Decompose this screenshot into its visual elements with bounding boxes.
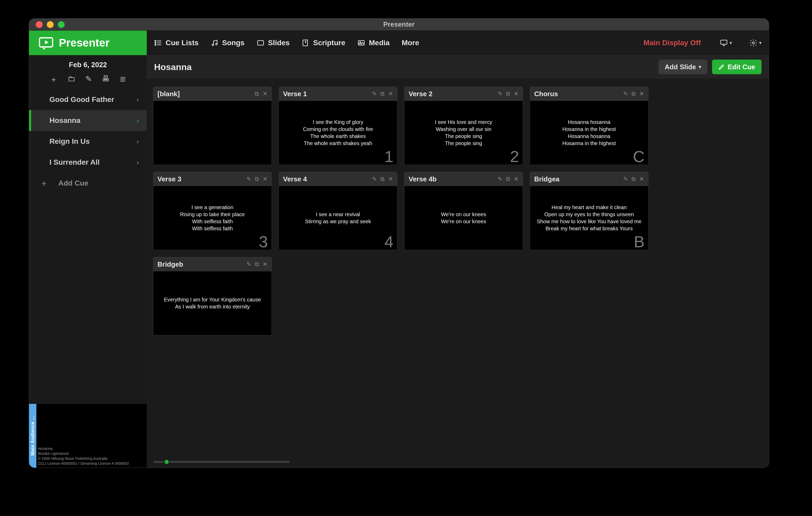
chevron-right-icon: › [137,117,139,125]
display-selector[interactable]: ▾ [720,39,732,47]
caret-down-icon: ▾ [759,40,761,46]
duplicate-slide-icon[interactable]: ⧉ [506,176,510,182]
nav-media[interactable]: Media [357,39,389,47]
main-display-status[interactable]: Main Display Off [643,39,701,47]
slide-preview[interactable]: I see a generation Rising up to take the… [153,186,271,250]
slide-card[interactable]: Verse 4b✎⧉✕We're on our knees We're on o… [404,172,523,250]
edit-cue-button[interactable]: Edit Cue [712,60,761,74]
slides-scroll-area[interactable]: [blank]⧉✕Verse 1✎⧉✕I see the King of glo… [147,79,769,456]
slide-card[interactable]: Verse 1✎⧉✕I see the King of glory Coming… [279,87,397,165]
nav-more[interactable]: More [402,39,419,47]
nav-more-label: More [402,39,419,47]
delete-slide-icon[interactable]: ✕ [514,90,519,97]
chevron-right-icon: › [137,138,139,146]
cue-item-label: Good Good Father [50,95,114,104]
output-preview[interactable]: Main Audience ... Hosanna Brooke Ligertw… [29,404,147,468]
slide-header-actions: ✎⧉✕ [246,176,267,182]
duplicate-slide-icon[interactable]: ⧉ [380,176,384,182]
edit-slide-icon[interactable]: ✎ [623,90,628,97]
delete-slide-icon[interactable]: ✕ [388,176,393,182]
nav-cue-lists[interactable]: Cue Lists [154,39,199,47]
slide-card[interactable]: Chorus✎⧉✕Hosanna hosanna Hosanna in the … [530,87,648,165]
edit-slide-icon[interactable]: ✎ [498,90,502,97]
list-view-icon[interactable]: ≣ [120,74,126,85]
slide-preview[interactable]: Heal my heart and make it clean Open up … [530,186,648,250]
zoom-window-button[interactable] [58,21,65,28]
preview-author: Brooke Ligertwood [38,451,145,456]
add-icon[interactable]: ＋ [50,74,58,85]
caret-down-icon: ▾ [730,40,732,46]
media-icon [357,39,365,47]
nav-slides[interactable]: Slides [257,39,290,47]
duplicate-slide-icon[interactable]: ⧉ [632,90,636,97]
slide-preview[interactable]: We're on our knees We're on our knees [404,186,523,250]
delete-slide-icon[interactable]: ✕ [263,176,267,182]
slide-card[interactable]: Bridgea✎⧉✕Heal my heart and make it clea… [530,172,648,250]
edit-slide-icon[interactable]: ✎ [498,176,502,182]
slide-preview[interactable]: Hosanna hosanna Hosanna in the highest H… [530,101,648,165]
slide-card[interactable]: Verse 3✎⧉✕I see a generation Rising up t… [153,172,272,250]
delete-slide-icon[interactable]: ✕ [639,176,644,182]
slide-preview[interactable]: Everything I am for Your Kingdom's cause… [153,271,271,335]
edit-slide-icon[interactable]: ✎ [372,176,377,182]
delete-slide-icon[interactable]: ✕ [514,176,519,182]
minimize-window-button[interactable] [47,21,54,28]
pencil-icon [718,64,725,70]
cue-item[interactable]: Good Good Father› [29,89,147,110]
close-window-button[interactable] [36,21,42,28]
slide-header: [blank]⧉✕ [153,87,271,101]
settings-button[interactable]: ▾ [749,39,761,47]
slide-label: Verse 2 [409,90,495,98]
zoom-thumb[interactable] [164,459,170,465]
slide-label: [blank] [157,90,252,98]
edit-slide-icon[interactable]: ✎ [246,176,251,182]
cue-item[interactable]: I Surrender All› [29,152,147,173]
slide-preview[interactable]: I see the King of glory Coming on the cl… [279,101,397,165]
open-folder-icon[interactable]: 🗀 [67,74,75,85]
duplicate-slide-icon[interactable]: ⧉ [255,176,259,182]
edit-slide-icon[interactable]: ✎ [246,261,251,268]
app-name: Presenter [59,37,110,49]
slide-preview[interactable] [153,101,271,165]
duplicate-slide-icon[interactable]: ⧉ [632,176,636,182]
delete-slide-icon[interactable]: ✕ [263,90,267,97]
nav-scripture[interactable]: Scripture [301,39,345,47]
cue-item[interactable]: Reign In Us› [29,131,147,152]
delete-slide-icon[interactable]: ✕ [388,90,393,97]
print-icon[interactable]: 🖶 [102,74,110,85]
slide-preview[interactable]: I see His love and mercy Washing over al… [404,101,523,165]
editor-header: Hosanna Add Slide ▾ Edit Cue [147,55,769,79]
delete-slide-icon[interactable]: ✕ [263,261,267,268]
service-toolbar: ＋ 🗀 ✎ 🖶 ≣ [50,74,126,85]
nav-media-label: Media [369,39,389,47]
slide-text: Hosanna hosanna Hosanna in the highest H… [562,119,616,147]
slide-header: Verse 2✎⧉✕ [404,87,523,101]
slide-hotkey: B [634,234,645,250]
slide-label: Verse 4 [283,175,369,183]
duplicate-slide-icon[interactable]: ⧉ [255,90,259,97]
slide-card[interactable]: Verse 4✎⧉✕I see a near revival Stirring … [279,172,397,250]
duplicate-slide-icon[interactable]: ⧉ [506,90,510,97]
slide-card[interactable]: Bridgeb✎⧉✕Everything I am for Your Kingd… [153,257,272,335]
duplicate-slide-icon[interactable]: ⧉ [380,90,384,97]
delete-slide-icon[interactable]: ✕ [639,90,644,97]
nav-songs[interactable]: Songs [210,39,244,47]
edit-icon[interactable]: ✎ [85,74,92,85]
cue-lists-icon [154,39,162,47]
slide-header: Chorus✎⧉✕ [530,87,648,101]
nav-songs-label: Songs [222,39,244,47]
cue-item[interactable]: Hosanna› [29,110,147,131]
svg-point-3 [155,42,156,43]
slide-preview[interactable]: I see a near revival Stirring as we pray… [279,186,397,250]
edit-slide-icon[interactable]: ✎ [372,90,377,97]
duplicate-slide-icon[interactable]: ⧉ [255,261,259,268]
slide-header-actions: ✎⧉✕ [372,176,393,182]
zoom-slider[interactable] [153,461,290,463]
slide-card[interactable]: Verse 2✎⧉✕I see His love and mercy Washi… [404,87,523,165]
svg-rect-15 [721,40,727,44]
slide-header: Bridgeb✎⧉✕ [153,257,271,271]
add-slide-button[interactable]: Add Slide ▾ [659,60,707,74]
add-cue-button[interactable]: ＋ Add Cue [29,173,147,194]
slide-card[interactable]: [blank]⧉✕ [153,87,272,165]
edit-slide-icon[interactable]: ✎ [623,176,628,182]
